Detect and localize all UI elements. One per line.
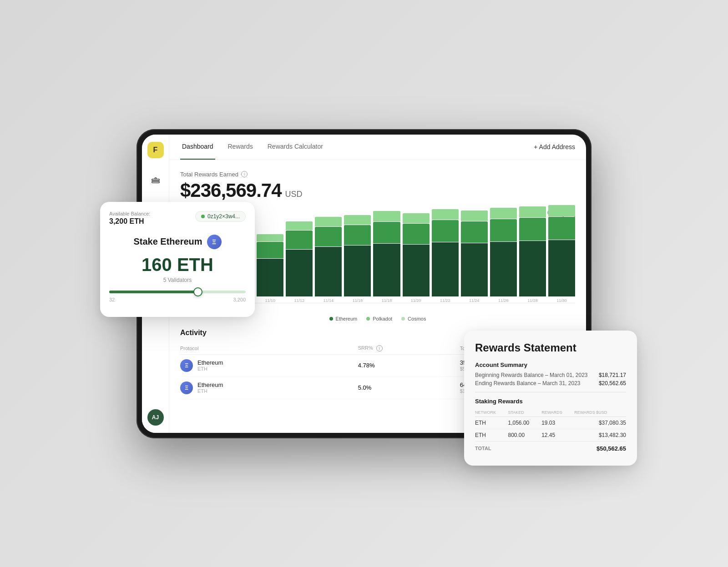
bar-cosmos (461, 211, 488, 221)
available-balance-value: 3,200 ETH (109, 217, 150, 226)
legend-dot (329, 317, 333, 321)
legend-item: Cosmos (401, 316, 426, 321)
srr-value: 5.0% (358, 376, 460, 399)
bar-group: 11/16 (344, 215, 371, 303)
bar-ethereum (519, 241, 546, 296)
bar-ethereum (490, 242, 517, 296)
bar-ethereum (286, 250, 313, 296)
sidebar-logo: F (147, 142, 164, 158)
legend-dot (366, 317, 370, 321)
account-summary-title: Account Summary (475, 361, 626, 368)
bar-group: 11/24 (461, 211, 488, 303)
stake-title: Stake Ethereum Ξ (109, 235, 246, 249)
bar-cosmos (519, 206, 546, 217)
slider-min-label: 32 (109, 297, 115, 302)
statement-row-beginning: Beginning Rewards Balance – March 01, 20… (475, 372, 626, 378)
bar-x-label: 11/10 (265, 298, 275, 303)
bar-group: 11/22 (432, 209, 459, 303)
bar-x-label: 11/26 (498, 298, 509, 303)
user-avatar[interactable]: AJ (147, 409, 164, 426)
bar-polkadot (403, 224, 430, 244)
legend-item: Polkadot (366, 316, 392, 321)
bar-polkadot (461, 221, 488, 243)
legend-item: Ethereum (329, 316, 358, 321)
legend-label: Cosmos (408, 316, 426, 321)
eth-logo-badge: Ξ (207, 235, 222, 249)
bar-polkadot (257, 242, 283, 258)
rewards-value: $236,569.74 (180, 180, 282, 201)
tab-dashboard[interactable]: Dashboard (180, 135, 215, 160)
bar-group: 11/10 (257, 234, 283, 303)
add-address-button[interactable]: + Add Address (534, 143, 575, 151)
protocol-name: Ethereum (197, 381, 223, 388)
bar-x-label: 11/14 (324, 298, 334, 303)
bar-cosmos (432, 209, 459, 220)
address-active-dot (201, 215, 205, 218)
available-balance-label: Available Balance: (109, 211, 150, 216)
bar-cosmos (286, 221, 313, 230)
total-row: TOTAL $50,562.65 (475, 441, 626, 455)
bar-x-label: 11/30 (556, 298, 567, 303)
address-badge[interactable]: 0z1y2×3w4... (195, 211, 246, 222)
srr-info-icon: i (376, 345, 383, 351)
legend-label: Polkadot (373, 316, 392, 321)
srr-value: 4.78% (358, 354, 460, 376)
svg-rect-1 (152, 181, 159, 182)
eth-icon: Ξ (180, 381, 193, 394)
address-text: 0z1y2×3w4... (207, 213, 240, 220)
protocol-ticker: ETH (197, 366, 223, 371)
bar-polkadot (315, 227, 342, 246)
bar-ethereum (257, 259, 283, 296)
stake-slider[interactable]: 32 3,200 (109, 291, 246, 302)
bar-polkadot (519, 218, 546, 241)
staking-rewards-title: Staking Rewards (475, 398, 626, 405)
staking-nav-icon[interactable] (147, 173, 164, 189)
col-network: NETWORK (475, 408, 508, 417)
bar-cosmos (373, 211, 400, 221)
bar-cosmos (315, 217, 342, 226)
bar-group: 11/12 (286, 221, 313, 303)
bar-ethereum (432, 242, 459, 296)
bar-ethereum (373, 244, 400, 296)
legend-label: Ethereum (336, 316, 358, 321)
table-row: ETH 1,056.00 19.03 $37,080.35 (475, 416, 626, 429)
bar-x-label: 11/22 (440, 298, 450, 303)
bar-polkadot (432, 220, 459, 242)
bar-x-label: 11/16 (353, 298, 363, 303)
info-icon: i (241, 171, 248, 177)
col-staked: STAKED (508, 408, 542, 417)
protocol-ticker: ETH (197, 388, 223, 394)
bar-x-label: 11/20 (411, 298, 421, 303)
bar-group: 11/28 (519, 206, 546, 303)
tab-rewards-calculator[interactable]: Rewards Calculator (266, 135, 325, 160)
bar-ethereum (548, 240, 575, 296)
bar-cosmos (490, 208, 517, 219)
protocol-name: Ethereum (197, 359, 223, 366)
bar-cosmos (548, 205, 575, 216)
bar-cosmos (403, 213, 430, 223)
protocol-cell: Ξ Ethereum ETH (180, 381, 358, 394)
bar-polkadot (344, 225, 371, 245)
nav-tabs: Dashboard Rewards Rewards Calculator (180, 135, 336, 160)
bar-ethereum (315, 247, 342, 296)
bar-group: 11/30 (548, 205, 575, 303)
rewards-amount: $236,569.74 USD (180, 180, 575, 201)
eth-amount-display: 160 ETH (109, 255, 246, 275)
bar-group: 11/14 (315, 217, 342, 303)
bar-ethereum (344, 246, 371, 296)
table-row: ETH 800.00 12.45 $13,482.30 (475, 429, 626, 441)
bar-ethereum (403, 245, 430, 296)
bar-group: 11/20 (403, 213, 430, 303)
bar-polkadot (548, 217, 575, 240)
statement-title: Rewards Statement (475, 341, 626, 354)
col-rewards-usd: REWARDS $USD (574, 408, 626, 417)
bar-polkadot (490, 219, 517, 241)
svg-point-2 (155, 177, 156, 179)
bar-ethereum (461, 243, 488, 296)
bar-x-label: 11/24 (469, 298, 480, 303)
bar-cosmos (344, 215, 371, 225)
eth-icon: Ξ (180, 359, 193, 372)
statement-row-ending: Ending Rewards Balance – March 31, 2023 … (475, 380, 626, 386)
tab-rewards[interactable]: Rewards (226, 135, 255, 160)
bar-x-label: 11/28 (527, 298, 538, 303)
